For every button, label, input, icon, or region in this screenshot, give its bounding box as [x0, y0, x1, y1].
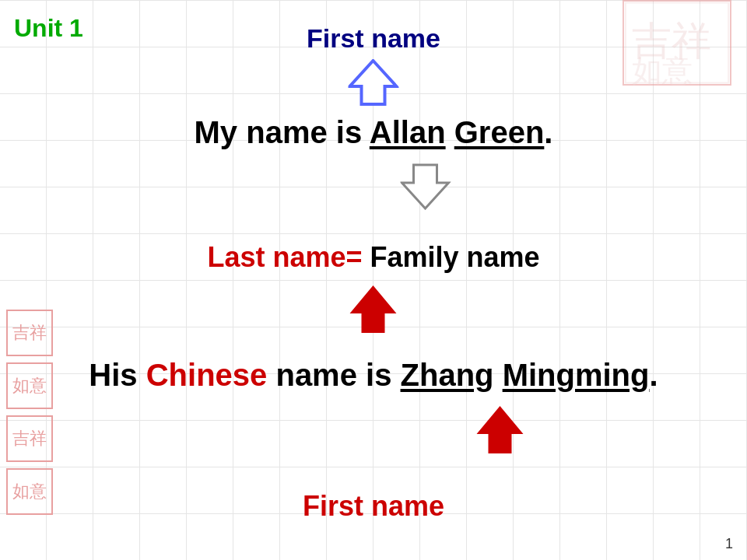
sentence1-space — [446, 115, 454, 149]
sentence2-first: Zhang — [401, 358, 494, 392]
svg-marker-6 — [477, 406, 524, 453]
first-name-top-label: First name — [0, 23, 747, 54]
svg-marker-5 — [350, 285, 397, 333]
arrow-down-outline — [401, 163, 451, 213]
svg-text:如意: 如意 — [632, 54, 693, 86]
svg-marker-3 — [350, 61, 397, 104]
sentence1-last: Green — [454, 115, 545, 149]
arrow-up-red — [349, 284, 399, 338]
svg-marker-4 — [402, 165, 449, 208]
family-name-label: Family name — [370, 241, 540, 274]
sentence2-suffix: . — [650, 358, 658, 392]
sentence2-prefix: His — [89, 358, 146, 392]
stamp-1: 吉祥 — [6, 310, 53, 356]
last-name-label: Last name= — [207, 241, 362, 274]
sentence1-prefix: My name is — [195, 115, 370, 149]
sentence2-space — [494, 358, 503, 392]
sentence2: His Chinese name is Zhang Mingming. — [0, 358, 747, 393]
sentence2-last: Mingming — [503, 358, 650, 392]
sentence2-middle: name is — [267, 358, 400, 392]
sentence1-suffix: . — [544, 115, 552, 149]
arrow-up-blue — [349, 59, 399, 109]
page-number: 1 — [725, 536, 733, 552]
arrow-up-red2 — [475, 404, 526, 458]
sentence2-chinese: Chinese — [146, 358, 268, 392]
sentence1: My name is Allan Green. — [0, 115, 747, 150]
sentence1-first: Allan — [370, 115, 446, 149]
stamp-3: 吉祥 — [6, 415, 53, 462]
name-labels-row: Last name= Family name — [0, 241, 747, 274]
first-name-bottom-label: First name — [0, 490, 747, 523]
